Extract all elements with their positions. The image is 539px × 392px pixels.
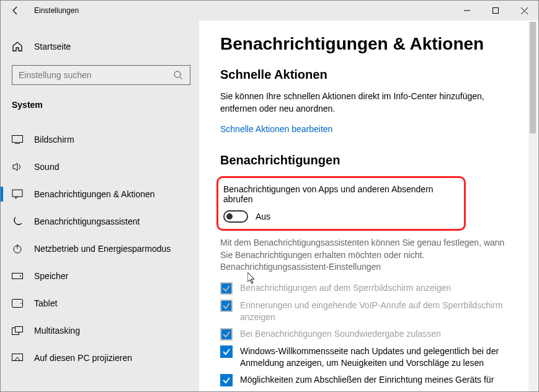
checkbox[interactable] — [220, 282, 233, 295]
quick-actions-header: Schnelle Aktionen — [220, 68, 520, 82]
sidebar-item-projecting[interactable]: Auf diesen PC projizieren — [1, 344, 199, 372]
checkbox-label: Erinnerungen und eingehende VoIP-Anrufe … — [240, 300, 512, 323]
svg-point-4 — [174, 71, 180, 78]
checkbox-label: Benachrichtigungen auf dem Sperrbildschi… — [240, 282, 451, 294]
sidebar-item-storage[interactable]: Speicher — [1, 262, 199, 290]
page-title: Benachrichtigungen & Aktionen — [220, 34, 520, 54]
checkbox-row-sound[interactable]: Bei Benachrichtigungen Soundwiedergabe z… — [220, 328, 512, 341]
notifications-icon — [12, 189, 23, 200]
tablet-icon — [12, 298, 23, 309]
home-icon — [12, 41, 23, 52]
main-content: Benachrichtigungen & Aktionen Schnelle A… — [199, 20, 538, 392]
display-icon — [12, 134, 23, 145]
checkbox[interactable] — [220, 300, 233, 312]
sound-icon — [12, 161, 23, 172]
minimize-button[interactable] — [453, 1, 481, 20]
checkbox-row-setup[interactable]: Möglichkeiten zum Abschließen der Einric… — [220, 374, 512, 386]
sidebar-item-label: Sound — [34, 162, 59, 172]
sidebar-item-tablet[interactable]: Tablet — [1, 290, 199, 317]
checkbox-row-lockscreen[interactable]: Benachrichtigungen auf dem Sperrbildschi… — [220, 282, 512, 295]
focus-assist-icon — [12, 216, 23, 227]
sidebar-home-label: Startseite — [34, 42, 71, 51]
search-input[interactable] — [19, 70, 172, 80]
sidebar-item-label: Speicher — [34, 271, 68, 281]
focus-assist-note: Mit dem Benachrichtigungsassistenten kön… — [220, 237, 506, 274]
checkbox-label: Windows-Willkommensseite nach Updates un… — [240, 345, 512, 369]
sidebar-item-label: Multitasking — [34, 326, 80, 336]
checkbox-label: Möglichkeiten zum Abschließen der Einric… — [240, 374, 494, 386]
scrollbar-thumb[interactable] — [530, 22, 536, 133]
checkbox-row-welcome[interactable]: Windows-Willkommensseite nach Updates un… — [220, 345, 512, 369]
search-icon — [172, 69, 184, 81]
maximize-button[interactable] — [481, 1, 510, 20]
window-title: Einstellungen — [30, 6, 79, 15]
sidebar-item-label: Netzbetrieb und Energiesparmodus — [34, 244, 171, 254]
sidebar-item-power[interactable]: Netzbetrieb und Energiesparmodus — [1, 235, 199, 262]
power-icon — [12, 243, 23, 254]
sidebar-item-label: Benachrichtigungen & Aktionen — [34, 189, 155, 199]
sidebar-home[interactable]: Startseite — [1, 33, 199, 60]
highlight-box: Benachrichtigungen von Apps und anderen … — [216, 176, 466, 231]
sidebar-item-focus-assist[interactable]: Benachrichtigungsassistent — [1, 208, 199, 235]
sidebar-item-label: Tablet — [34, 298, 57, 308]
notifications-toggle[interactable] — [223, 210, 248, 223]
sidebar-item-label: Benachrichtigungsassistent — [34, 216, 140, 226]
sidebar-item-label: Auf diesen PC projizieren — [34, 353, 132, 363]
close-button[interactable] — [510, 1, 538, 20]
projecting-icon — [12, 352, 23, 363]
storage-icon — [12, 270, 23, 282]
checkbox-label: Bei Benachrichtigungen Soundwiedergabe z… — [240, 328, 441, 340]
sidebar-item-label: Bildschirm — [34, 135, 74, 145]
svg-point-12 — [20, 275, 21, 277]
checkbox-row-voip[interactable]: Erinnerungen und eingehende VoIP-Anrufe … — [220, 300, 512, 323]
sidebar-item-notifications[interactable]: Benachrichtigungen & Aktionen — [1, 180, 199, 208]
toggle-state: Aus — [256, 212, 270, 221]
sidebar-item-multitasking[interactable]: Multitasking — [1, 317, 199, 344]
svg-rect-6 — [12, 136, 23, 143]
sidebar-group-header: System — [1, 92, 199, 126]
svg-rect-1 — [493, 8, 499, 14]
svg-point-14 — [20, 303, 22, 304]
svg-rect-16 — [16, 327, 23, 332]
scrollbar[interactable] — [528, 22, 537, 391]
window-controls — [453, 1, 538, 20]
notifications-toggle-label: Benachrichtigungen von Apps und anderen … — [220, 184, 455, 204]
checkbox[interactable] — [220, 345, 233, 358]
sidebar-item-display[interactable]: Bildschirm — [1, 126, 199, 153]
checkbox[interactable] — [220, 328, 233, 341]
quick-actions-desc: Sie können Ihre schnellen Aktionen direk… — [220, 91, 506, 115]
back-button[interactable] — [1, 1, 30, 20]
svg-line-5 — [180, 77, 182, 79]
notifications-header: Benachrichtigungen — [220, 153, 520, 167]
search-box[interactable] — [12, 65, 190, 85]
sidebar: Startseite System Bildschirm Sound Benac… — [1, 20, 199, 392]
multitasking-icon — [12, 325, 23, 336]
svg-rect-8 — [12, 190, 22, 197]
sidebar-item-sound[interactable]: Sound — [1, 153, 199, 180]
titlebar: Einstellungen — [1, 1, 538, 20]
checkbox[interactable] — [220, 374, 233, 386]
edit-quick-actions-link[interactable]: Schnelle Aktionen bearbeiten — [220, 124, 332, 134]
focus-assist-settings-link[interactable]: Benachrichtigungsassistent-Einstellungen — [220, 262, 381, 272]
